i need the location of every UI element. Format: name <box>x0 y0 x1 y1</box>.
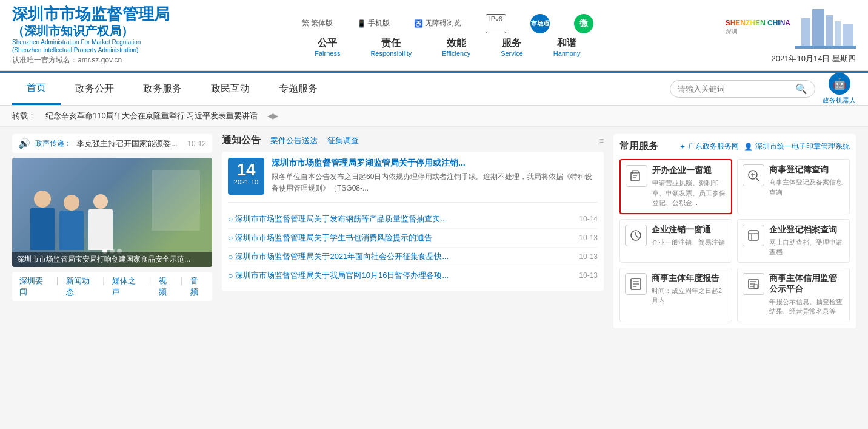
service-icon-4 <box>625 273 647 295</box>
service-icon-2 <box>625 225 647 246</box>
value-service: 服务 Service <box>501 37 523 57</box>
nav-special[interactable]: 专题服务 <box>264 74 332 104</box>
notices-header: 通知公告 案件公告送达 征集调查 ≡ <box>222 134 604 147</box>
notices-title: 通知公告 <box>222 134 261 147</box>
service-grid: 开办企业一窗通 申请营业执照、刻制印章、申领发票、员工参保登记、公积金... <box>619 159 850 322</box>
notice-item-title-1[interactable]: 深圳市市场监督管理局关于学生书包消费风险提示的通告 <box>235 232 574 243</box>
service-item-2[interactable]: 企业注销一窗通 企业一般注销、简易注销 <box>619 219 732 263</box>
robot-button[interactable]: 🤖 政务机器人 <box>823 73 856 105</box>
service-item-4[interactable]: 商事主体年度报告 时间：成立周年之日起2月内 <box>619 268 732 322</box>
notice-item-title-2[interactable]: 深圳市市场监督管理局关于2021年面向社会公开征集食品快... <box>235 251 574 262</box>
featured-notice-excerpt: 限各单位自本公告发布之日起60日内依规办理停用或者注销手续。逾期不处理，我局将依… <box>272 171 598 194</box>
featured-notice-title[interactable]: 深圳市市场监督管理局罗湖监管局关于停用或注销... <box>272 158 478 169</box>
ipv6-badge: IPv6 <box>486 14 506 33</box>
logo-title-en: Shenzhen Administration For Market Regul… <box>12 38 170 54</box>
service-item-0[interactable]: 开办企业一窗通 申请营业执照、刻制印章、申领发票、员工参保登记、公积金... <box>619 159 732 214</box>
svg-rect-4 <box>843 24 853 49</box>
service-name-0: 开办企业一窗通 <box>652 165 726 176</box>
voice-bar: 🔊 政声传递： 李克强主持召开国家能源委... 10-12 <box>12 134 212 153</box>
svg-rect-5 <box>795 46 856 49</box>
shenzhen-logo: SHENZHEN CHINA 深圳 <box>726 19 790 36</box>
svg-rect-3 <box>835 21 841 49</box>
notices-more[interactable]: ≡ <box>599 137 604 145</box>
notice-item-date-1: 10-13 <box>579 234 598 242</box>
notice-item-title-0[interactable]: 深圳市市场监督管理局关于发布钢筋等产品质量监督抽查实... <box>235 214 574 225</box>
service-info-2: 企业注销一窗通 企业一般注销、简易注销 <box>652 225 725 248</box>
service-desc-0: 申请营业执照、刻制印章、申领发票、员工参保登记、公积金... <box>652 178 726 208</box>
traditional-link[interactable]: 繁 繁体版 <box>302 14 333 33</box>
service-desc-5: 年报公示信息、抽查检查结果、经营异常名录等 <box>769 297 844 317</box>
search-input[interactable] <box>678 84 795 93</box>
notice-year-month: 2021-10 <box>230 178 262 186</box>
news-link-audio[interactable]: 音频 <box>190 275 205 297</box>
tab-survey[interactable]: 征集调查 <box>327 135 359 146</box>
service-info-4: 商事主体年度报告 时间：成立周年之日起2月内 <box>652 273 727 306</box>
service-item-3[interactable]: 企业登记档案查询 网上自助查档、受理申请查档 <box>737 219 850 263</box>
ticker-text: 纪念辛亥革命110周年大会在京隆重举行 习近平发表重要讲话 <box>45 110 258 121</box>
notice-item-1: ○ 深圳市市场监督管理局关于学生书包消费风险提示的通告 10-13 <box>228 229 598 248</box>
nav-home[interactable]: 首页 <box>12 73 61 105</box>
news-link-media[interactable]: 媒体之声 <box>112 275 142 297</box>
tab-case-announcement[interactable]: 案件公告送达 <box>270 135 318 146</box>
voice-icon: 🔊 <box>18 138 30 149</box>
notice-item-title-3[interactable]: 深圳市市场监督管理局关于我局官网10月16日暂停办理各项... <box>235 270 574 281</box>
service-info-1: 商事登记簿查询 商事主体登记及备案信息查询 <box>769 164 844 197</box>
notice-item-0: ○ 深圳市市场监督管理局关于发布钢筋等产品质量监督抽查实... 10-14 <box>228 210 598 229</box>
nav-citizen[interactable]: 政民互动 <box>196 74 264 104</box>
search-icon[interactable]: 🔍 <box>795 83 807 95</box>
service-icon-1 <box>743 164 764 186</box>
main-content: 🔊 政声传递： 李克强主持召开国家能源委... 10-12 <box>0 127 868 336</box>
services-section: 常用服务 ✦ 广东政务服务网 👤 深圳市统一电子印章管理系统 <box>613 134 856 328</box>
mobile-link[interactable]: 📱 手机版 <box>357 14 390 33</box>
news-link-video[interactable]: 视频 <box>159 275 173 297</box>
seal-mgmt-link[interactable]: 👤 深圳市统一电子印章管理系统 <box>744 141 850 152</box>
services-header: 常用服务 ✦ 广东政务服务网 👤 深圳市统一电子印章管理系统 <box>619 140 850 153</box>
notice-item-date-0: 10-14 <box>579 215 598 223</box>
service-icon-5 <box>743 273 764 295</box>
service-item-5[interactable]: 商事主体信用监管公示平台 年报公示信息、抽查检查结果、经营异常名录等 <box>737 268 850 322</box>
news-link-shenzhen[interactable]: 深圳要闻 <box>19 275 49 297</box>
svg-line-11 <box>756 178 759 181</box>
service-name-4: 商事主体年度报告 <box>652 273 727 284</box>
logo-area: 深圳市市场监督管理局 （深圳市知识产权局） Shenzhen Administr… <box>12 5 170 66</box>
service-item-1[interactable]: 商事登记簿查询 商事主体登记及备案信息查询 <box>737 159 850 214</box>
nav-links: 首页 政务公开 政务服务 政民互动 专题服务 <box>12 73 332 105</box>
market-icon: 市场通 <box>530 14 550 33</box>
svg-rect-2 <box>826 15 833 49</box>
news-links: 深圳要闻 | 新闻动态 | 媒体之声 | 视频 | 音频 <box>12 272 212 301</box>
notice-item-2: ○ 深圳市市场监督管理局关于2021年面向社会公开征集食品快... 10-13 <box>228 248 598 266</box>
services-title: 常用服务 <box>619 140 658 153</box>
notice-date-box: 14 2021-10 <box>228 158 264 194</box>
nav-gov-open[interactable]: 政务公开 <box>61 74 129 104</box>
ticker-bar: 转载： 纪念辛亥革命110周年大会在京隆重举行 习近平发表重要讲话 ◀▶ <box>0 106 868 127</box>
service-info-0: 开办企业一窗通 申请营业执照、刻制印章、申领发票、员工参保登记、公积金... <box>652 165 726 208</box>
accessible-link[interactable]: ♿ 无障碍浏览 <box>414 14 461 33</box>
notice-item-3: ○ 深圳市市场监督管理局关于我局官网10月16日暂停办理各项... 10-13 <box>228 266 598 285</box>
value-responsibility: 责任 Responsibility <box>370 37 412 57</box>
gd-service-link[interactable]: ✦ 广东政务服务网 <box>679 141 739 152</box>
service-name-5: 商事主体信用监管公示平台 <box>769 273 844 295</box>
svg-rect-0 <box>801 18 810 49</box>
service-info-5: 商事主体信用监管公示平台 年报公示信息、抽查检查结果、经营异常名录等 <box>769 273 844 317</box>
services-links: ✦ 广东政务服务网 👤 深圳市统一电子印章管理系统 <box>679 141 850 152</box>
value-harmony: 和谐 Harmony <box>553 37 581 57</box>
notice-day: 14 <box>230 161 262 178</box>
voice-label: 政声传递： <box>35 138 72 149</box>
left-column: 🔊 政声传递： 李克强主持召开国家能源委... 10-12 <box>12 134 212 328</box>
wechat-icon: 微 <box>574 14 593 33</box>
nav-gov-service[interactable]: 政务服务 <box>129 74 196 104</box>
voice-text[interactable]: 李克强主持召开国家能源委... <box>76 138 182 149</box>
service-desc-2: 企业一般注销、简易注销 <box>652 237 725 248</box>
logo-domain: 认准唯一官方域名：amr.sz.gov.cn <box>12 55 170 66</box>
featured-notice: 14 2021-10 深圳市市场监督管理局罗湖监管局关于停用或注销... 限各单… <box>228 158 598 202</box>
service-desc-1: 商事主体登记及备案信息查询 <box>769 177 844 197</box>
ticker-arrows[interactable]: ◀▶ <box>267 112 278 120</box>
robot-icon: 🤖 <box>829 73 850 95</box>
news-link-dynamics[interactable]: 新闻动态 <box>66 275 96 297</box>
logo-title-cn: 深圳市市场监督管理局 <box>12 5 170 24</box>
service-icon-3 <box>743 225 764 246</box>
value-efficiency: 效能 Efficiency <box>442 37 470 57</box>
service-desc-4: 时间：成立周年之日起2月内 <box>652 286 727 306</box>
notice-item-date-3: 10-13 <box>579 271 598 280</box>
building-deco <box>795 6 856 49</box>
